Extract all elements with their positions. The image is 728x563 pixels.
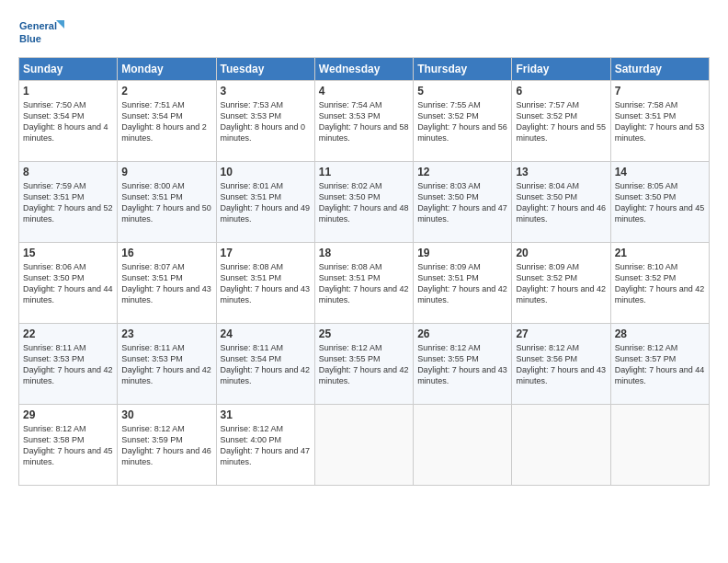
calendar-cell: 24Sunrise: 8:11 AMSunset: 3:54 PMDayligh… [216,324,314,405]
day-detail: Sunrise: 8:10 AMSunset: 3:52 PMDaylight:… [615,261,705,306]
calendar-cell: 9Sunrise: 8:00 AMSunset: 3:51 PMDaylight… [118,162,216,243]
day-number: 7 [615,85,705,98]
calendar-cell: 7Sunrise: 7:58 AMSunset: 3:51 PMDaylight… [610,81,709,162]
day-detail: Sunrise: 7:58 AMSunset: 3:51 PMDaylight:… [615,99,705,144]
weekday-header-tuesday: Tuesday [216,58,314,81]
day-detail: Sunrise: 8:06 AMSunset: 3:50 PMDaylight:… [23,261,113,306]
day-number: 15 [23,247,113,259]
calendar-cell: 8Sunrise: 7:59 AMSunset: 3:51 PMDaylight… [19,162,118,243]
weekday-header-wednesday: Wednesday [314,58,413,81]
day-number: 31 [221,408,311,421]
calendar-cell: 27Sunrise: 8:12 AMSunset: 3:56 PMDayligh… [512,324,610,405]
calendar-cell: 23Sunrise: 8:11 AMSunset: 3:53 PMDayligh… [118,324,216,405]
day-detail: Sunrise: 7:51 AMSunset: 3:54 PMDaylight:… [121,99,211,144]
day-detail: Sunrise: 8:07 AMSunset: 3:51 PMDaylight:… [121,261,211,306]
day-number: 25 [319,327,409,340]
day-detail: Sunrise: 8:12 AMSunset: 3:56 PMDaylight:… [516,342,606,387]
calendar-cell: 19Sunrise: 8:09 AMSunset: 3:51 PMDayligh… [414,243,512,324]
calendar-cell: 13Sunrise: 8:04 AMSunset: 3:50 PMDayligh… [512,162,610,243]
calendar-week-row: 8Sunrise: 7:59 AMSunset: 3:51 PMDaylight… [19,162,710,243]
day-detail: Sunrise: 8:03 AMSunset: 3:50 PMDaylight:… [417,180,507,225]
day-number: 21 [615,247,705,259]
day-number: 14 [615,166,705,178]
calendar-week-row: 22Sunrise: 8:11 AMSunset: 3:53 PMDayligh… [19,324,710,405]
calendar-cell [414,405,512,486]
calendar-cell: 21Sunrise: 8:10 AMSunset: 3:52 PMDayligh… [610,243,709,324]
day-number: 1 [23,85,113,98]
calendar-cell: 1Sunrise: 7:50 AMSunset: 3:54 PMDaylight… [19,81,118,162]
day-number: 6 [516,85,606,98]
svg-marker-2 [56,20,64,29]
calendar-cell: 30Sunrise: 8:12 AMSunset: 3:59 PMDayligh… [118,405,216,486]
calendar-cell: 10Sunrise: 8:01 AMSunset: 3:51 PMDayligh… [216,162,314,243]
page-header: General Blue [18,15,710,50]
day-detail: Sunrise: 8:09 AMSunset: 3:51 PMDaylight:… [417,261,507,306]
day-number: 24 [221,327,311,340]
day-detail: Sunrise: 8:12 AMSunset: 3:59 PMDaylight:… [121,423,211,468]
day-detail: Sunrise: 8:00 AMSunset: 3:51 PMDaylight:… [121,180,211,225]
day-detail: Sunrise: 8:12 AMSunset: 3:57 PMDaylight:… [615,342,705,387]
day-number: 23 [121,327,211,340]
day-number: 26 [417,327,507,340]
day-detail: Sunrise: 8:11 AMSunset: 3:53 PMDaylight:… [121,342,211,387]
day-number: 27 [516,327,606,340]
calendar-cell: 26Sunrise: 8:12 AMSunset: 3:55 PMDayligh… [414,324,512,405]
calendar-cell: 25Sunrise: 8:12 AMSunset: 3:55 PMDayligh… [314,324,413,405]
day-number: 4 [319,85,409,98]
weekday-header-sunday: Sunday [19,58,118,81]
calendar-cell: 2Sunrise: 7:51 AMSunset: 3:54 PMDaylight… [118,81,216,162]
calendar-cell: 11Sunrise: 8:02 AMSunset: 3:50 PMDayligh… [314,162,413,243]
day-detail: Sunrise: 7:53 AMSunset: 3:53 PMDaylight:… [221,99,311,144]
day-number: 10 [221,166,311,178]
day-number: 12 [417,166,507,178]
day-number: 20 [516,247,606,259]
logo-icon: General Blue [18,15,64,50]
calendar-cell: 4Sunrise: 7:54 AMSunset: 3:53 PMDaylight… [314,81,413,162]
calendar-cell: 18Sunrise: 8:08 AMSunset: 3:51 PMDayligh… [314,243,413,324]
day-number: 3 [221,85,311,98]
day-detail: Sunrise: 8:12 AMSunset: 3:55 PMDaylight:… [319,342,409,387]
day-detail: Sunrise: 8:12 AMSunset: 4:00 PMDaylight:… [221,423,311,468]
weekday-header-friday: Friday [512,58,610,81]
day-detail: Sunrise: 8:11 AMSunset: 3:53 PMDaylight:… [23,342,113,387]
calendar-cell [512,405,610,486]
day-detail: Sunrise: 7:57 AMSunset: 3:52 PMDaylight:… [516,99,606,144]
calendar-cell: 29Sunrise: 8:12 AMSunset: 3:58 PMDayligh… [19,405,118,486]
day-detail: Sunrise: 8:12 AMSunset: 3:58 PMDaylight:… [23,423,113,468]
day-detail: Sunrise: 8:01 AMSunset: 3:51 PMDaylight:… [221,180,311,225]
svg-text:Blue: Blue [19,33,41,44]
day-number: 5 [417,85,507,98]
calendar-cell: 5Sunrise: 7:55 AMSunset: 3:52 PMDaylight… [414,81,512,162]
day-number: 29 [23,408,113,421]
calendar-cell: 3Sunrise: 7:53 AMSunset: 3:53 PMDaylight… [216,81,314,162]
logo: General Blue [18,15,64,50]
day-detail: Sunrise: 7:54 AMSunset: 3:53 PMDaylight:… [319,99,409,144]
day-detail: Sunrise: 8:09 AMSunset: 3:52 PMDaylight:… [516,261,606,306]
calendar-cell: 17Sunrise: 8:08 AMSunset: 3:51 PMDayligh… [216,243,314,324]
day-number: 8 [23,166,113,178]
day-detail: Sunrise: 7:59 AMSunset: 3:51 PMDaylight:… [23,180,113,225]
calendar-cell [314,405,413,486]
day-detail: Sunrise: 8:04 AMSunset: 3:50 PMDaylight:… [516,180,606,225]
day-detail: Sunrise: 7:50 AMSunset: 3:54 PMDaylight:… [23,99,113,144]
day-number: 18 [319,247,409,259]
weekday-header-saturday: Saturday [610,58,709,81]
day-number: 2 [121,85,211,98]
calendar-cell: 20Sunrise: 8:09 AMSunset: 3:52 PMDayligh… [512,243,610,324]
day-number: 13 [516,166,606,178]
weekday-header-thursday: Thursday [414,58,512,81]
calendar-week-row: 29Sunrise: 8:12 AMSunset: 3:58 PMDayligh… [19,405,710,486]
day-detail: Sunrise: 8:08 AMSunset: 3:51 PMDaylight:… [319,261,409,306]
day-number: 11 [319,166,409,178]
day-number: 28 [615,327,705,340]
day-number: 19 [417,247,507,259]
calendar-cell: 16Sunrise: 8:07 AMSunset: 3:51 PMDayligh… [118,243,216,324]
calendar-table: SundayMondayTuesdayWednesdayThursdayFrid… [18,57,710,486]
calendar-cell: 28Sunrise: 8:12 AMSunset: 3:57 PMDayligh… [610,324,709,405]
svg-text:General: General [19,20,57,31]
day-detail: Sunrise: 8:02 AMSunset: 3:50 PMDaylight:… [319,180,409,225]
day-number: 16 [121,247,211,259]
calendar-cell: 31Sunrise: 8:12 AMSunset: 4:00 PMDayligh… [216,405,314,486]
day-number: 17 [221,247,311,259]
calendar-cell: 6Sunrise: 7:57 AMSunset: 3:52 PMDaylight… [512,81,610,162]
